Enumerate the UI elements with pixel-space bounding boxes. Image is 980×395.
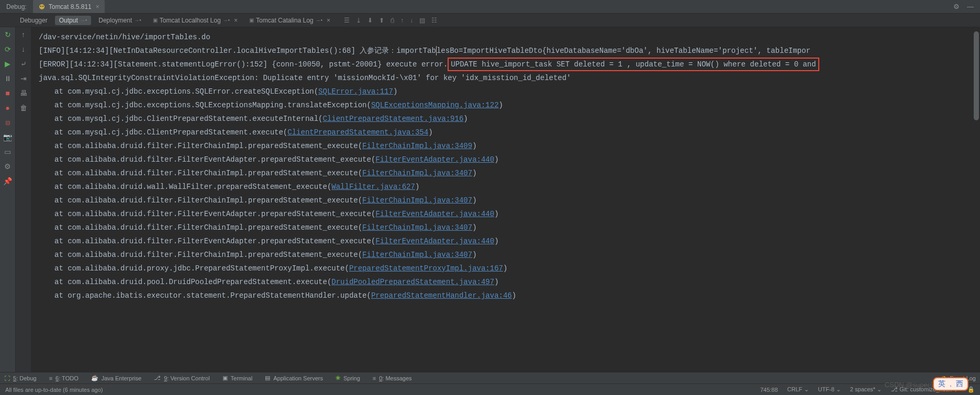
terminal-icon: ▣ <box>222 375 228 381</box>
upload-icon[interactable]: ⬆ <box>379 17 384 24</box>
view-breakpoints-icon[interactable]: ● <box>5 104 9 112</box>
new-output-icon: →• <box>134 17 141 23</box>
source-link[interactable]: ClientPreparedStatement.java:354 <box>287 128 428 137</box>
gear-icon[interactable]: ⚙ <box>953 3 960 10</box>
stack-line: at com.alibaba.druid.filter.FilterChainI… <box>39 139 973 153</box>
minimize-icon[interactable]: — <box>967 3 974 10</box>
down-arrow-icon[interactable]: ↓ <box>21 45 25 53</box>
log-line: [INFO][14:12:34][NetInDataResourceContro… <box>39 44 973 58</box>
ime-lang: 英 <box>938 379 945 389</box>
camera-icon[interactable]: 📷 <box>3 133 12 141</box>
stack-line: at com.alibaba.druid.filter.FilterChainI… <box>39 248 973 262</box>
scrollbar-thumb[interactable] <box>974 31 979 120</box>
debug-toolwindow-tabs: Debug: Tomcat 8.5.811 × ⚙ — <box>0 0 980 14</box>
new-output-icon: →• <box>223 17 230 23</box>
rerun-icon[interactable]: ↻ <box>5 30 11 39</box>
debug-tool-button[interactable]: ⛶5: Debug <box>4 375 37 381</box>
update-icon[interactable]: ⟳ <box>5 45 11 53</box>
run-config-tab[interactable]: Tomcat 8.5.811 × <box>33 0 105 13</box>
stack-line: at com.alibaba.druid.pool.DruidPooledPre… <box>39 275 973 289</box>
vcs-tool-button[interactable]: ⎇9: Version Control <box>154 375 209 381</box>
vertical-scrollbar[interactable] <box>974 31 979 368</box>
layout-icon[interactable]: ▤ <box>419 17 425 24</box>
debug-left-gutter: ↻ ⟳ ▶ ⏸ ■ ● ⦻ 📷 ▭ ⚙ 📌 <box>0 27 16 372</box>
print-icon[interactable]: ⎙ <box>391 17 394 24</box>
spring-icon: ❀ <box>336 375 340 381</box>
layout-settings-icon[interactable]: ▭ <box>4 148 11 156</box>
print-icon[interactable]: 🖶 <box>20 89 27 97</box>
source-link[interactable]: SQLError.java:117 <box>318 87 393 96</box>
close-tab-icon[interactable]: × <box>96 3 99 10</box>
lock-icon[interactable]: 🔒 <box>967 386 975 393</box>
catalina-log-tab[interactable]: ▣Tomcat Catalina Log→•× <box>245 17 335 24</box>
arrow-up-icon[interactable]: ↑ <box>400 17 404 24</box>
app-servers-tool-button[interactable]: ▤Application Servers <box>265 375 323 381</box>
filter-icon[interactable]: ☷ <box>431 17 437 24</box>
source-link[interactable]: FilterChainImpl.java:3409 <box>362 142 472 150</box>
indent-indicator[interactable]: 2 spaces* ⌄ <box>850 386 882 393</box>
java-ee-tool-button[interactable]: ☕Java Enterprise <box>91 375 141 381</box>
source-link[interactable]: FilterChainImpl.java:3407 <box>362 251 472 259</box>
caret-position[interactable]: 745:88 <box>760 387 778 393</box>
log-line: [ERROR][14:12:34][Statement.statementLog… <box>39 58 973 71</box>
source-link[interactable]: FilterEventAdapter.java:440 <box>375 237 494 245</box>
terminal-tool-button[interactable]: ▣Terminal <box>222 375 253 381</box>
stack-line: at com.alibaba.druid.filter.FilterChainI… <box>39 194 973 207</box>
svg-point-1 <box>40 6 41 7</box>
stack-line: at com.mysql.cj.jdbc.ClientPreparedState… <box>39 112 973 126</box>
console-left-gutter: ↑ ↓ ⤶ ⇥ 🖶 🗑 <box>16 27 31 372</box>
server-icon: ▤ <box>265 375 270 381</box>
arrow-down-icon[interactable]: ↓ <box>410 17 413 24</box>
status-bar: All files are up-to-date (6 minutes ago)… <box>0 383 980 395</box>
debugger-tab[interactable]: Debugger <box>16 17 52 24</box>
close-icon[interactable]: × <box>234 17 238 24</box>
encoding-indicator[interactable]: UTF-8 ⌄ <box>818 386 841 393</box>
close-icon[interactable]: × <box>327 17 330 24</box>
scroll-end-icon[interactable]: ⤓ <box>356 17 361 24</box>
status-message: All files are up-to-date (6 minutes ago) <box>5 387 103 393</box>
up-arrow-icon[interactable]: ↑ <box>21 30 25 39</box>
console-output[interactable]: /dav-service/netin/hive/importTables.do … <box>31 27 980 372</box>
deployment-tab[interactable]: Deployment→• <box>94 17 146 24</box>
todo-tool-button[interactable]: ≡6: TODO <box>49 375 79 381</box>
messages-icon: ≡ <box>373 375 376 381</box>
bottom-tool-buttons: ⛶5: Debug ≡6: TODO ☕Java Enterprise ⎇9: … <box>0 372 980 383</box>
source-link[interactable]: PreparedStatementProxyImpl.java:167 <box>349 264 503 273</box>
messages-tool-button[interactable]: ≡0: Messages <box>373 375 412 381</box>
settings-icon[interactable]: ⚙ <box>4 162 11 171</box>
mute-breakpoints-icon[interactable]: ⦻ <box>4 118 12 127</box>
stop-icon[interactable]: ■ <box>5 89 9 97</box>
source-link[interactable]: DruidPooledPreparedStatement.java:497 <box>331 278 494 286</box>
source-link[interactable]: FilterChainImpl.java:3407 <box>362 223 472 232</box>
pin-icon[interactable]: 📌 <box>3 177 12 185</box>
output-tab[interactable]: Output→• <box>55 16 92 25</box>
clear-icon[interactable]: 🗑 <box>20 104 27 112</box>
line-sep-indicator[interactable]: CRLF ⌄ <box>787 386 809 393</box>
source-link[interactable]: FilterChainImpl.java:3407 <box>362 169 472 177</box>
pause-icon[interactable]: ⏸ <box>4 74 12 83</box>
source-link[interactable]: FilterEventAdapter.java:440 <box>375 155 494 164</box>
bug-icon: ⛶ <box>4 375 10 381</box>
localhost-log-tab[interactable]: ▣Tomcat Localhost Log→•× <box>149 17 242 24</box>
source-link[interactable]: FilterChainImpl.java:3407 <box>362 196 472 205</box>
soft-wrap-icon[interactable]: ☰ <box>344 17 350 24</box>
download-icon[interactable]: ⬇ <box>368 17 373 24</box>
resume-icon[interactable]: ▶ <box>5 60 10 68</box>
stack-line: at com.mysql.cj.jdbc.ClientPreparedState… <box>39 126 973 139</box>
source-link[interactable]: PreparedStatementHandler.java:46 <box>371 291 512 300</box>
console-content: /dav-service/netin/hive/importTables.do … <box>31 27 980 306</box>
source-link[interactable]: ClientPreparedStatement.java:916 <box>322 115 463 123</box>
branch-icon: ⎇ <box>154 375 161 381</box>
spring-tool-button[interactable]: ❀Spring <box>336 375 360 381</box>
new-output-icon: →• <box>316 17 323 23</box>
run-config-label: Tomcat 8.5.811 <box>49 3 92 10</box>
console-action-icons: ☰ ⤓ ⬇ ⬆ ⎙ ↑ ↓ ▤ ☷ <box>344 17 437 24</box>
stack-line: at com.mysql.cj.jdbc.exceptions.SQLExcep… <box>39 98 973 112</box>
scroll-icon[interactable]: ⇥ <box>20 74 27 83</box>
source-link[interactable]: SQLExceptionsMapping.java:122 <box>371 101 499 109</box>
tomcat-icon <box>38 3 46 10</box>
wrap-icon[interactable]: ⤶ <box>20 60 27 68</box>
source-link[interactable]: WallFilter.java:627 <box>331 183 415 191</box>
source-link[interactable]: FilterEventAdapter.java:440 <box>375 210 494 218</box>
ime-indicator[interactable]: 英 , 西 <box>933 377 968 391</box>
